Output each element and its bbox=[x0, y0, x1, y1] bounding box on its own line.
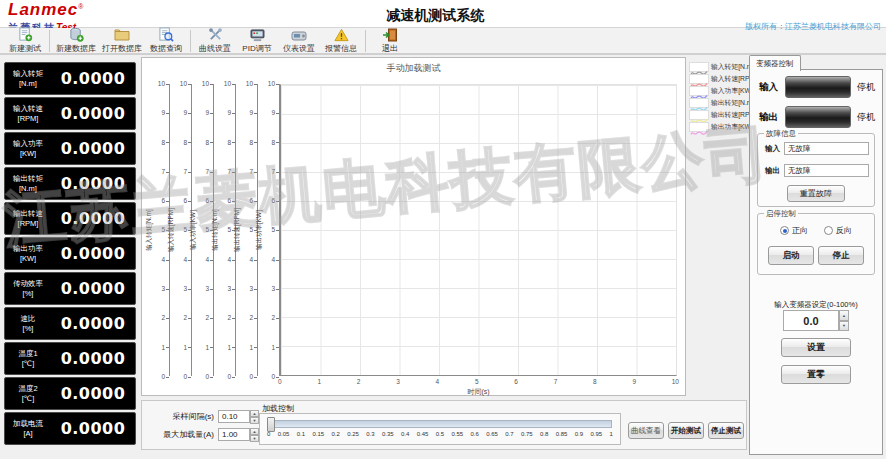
sample-interval-input[interactable]: 0.10 bbox=[218, 410, 250, 423]
toolbar-button-open-database[interactable]: 打开数据库 bbox=[99, 28, 145, 54]
meter-name: 输入功率 bbox=[5, 139, 51, 148]
y-tick-label: 6 bbox=[268, 197, 279, 204]
stop-test-button[interactable]: 停止测试 bbox=[708, 422, 744, 439]
y-tick-label: 2 bbox=[158, 314, 169, 321]
output-fault-field[interactable]: 无故障 bbox=[784, 164, 869, 177]
slider-tick-label: 0.95 bbox=[590, 431, 602, 437]
toolbar-button-alarm-info[interactable]: 报警信息 bbox=[320, 28, 362, 54]
y-axis-label: 输入功率[KW] bbox=[189, 210, 198, 250]
meter-value: 0.0000 bbox=[51, 174, 135, 193]
toolbar-button-meter-settings[interactable]: 仪表设置 bbox=[278, 28, 320, 54]
x-axis-label: 时间(s) bbox=[278, 387, 679, 397]
curve-view-button[interactable]: 曲线查看 bbox=[628, 422, 664, 439]
legend-line-icon bbox=[689, 74, 709, 84]
frequency-spinner[interactable]: 0.0 ▲ ▼ bbox=[783, 310, 849, 331]
meter-output-torque: 输出转矩[N.m]0.0000 bbox=[4, 167, 136, 200]
meter-unit: [%] bbox=[5, 289, 51, 298]
x-axis-ticks: 012345678910 bbox=[278, 378, 679, 385]
reset-fault-button[interactable]: 重置故障 bbox=[787, 185, 845, 202]
y-tick-label: 10 bbox=[268, 80, 279, 87]
zero-button[interactable]: 置零 bbox=[781, 365, 851, 384]
meter-name: 输出功率 bbox=[5, 244, 51, 253]
meter-value: 0.0000 bbox=[51, 314, 135, 333]
spin-down-icon[interactable]: ▼ bbox=[839, 321, 849, 332]
spin-down-icon[interactable]: ▼ bbox=[250, 417, 259, 424]
input-status-lamp bbox=[785, 76, 851, 98]
y-tick-label: 10 bbox=[246, 80, 257, 87]
curve-settings-icon bbox=[208, 28, 223, 42]
legend-label: 输入功率[KW] bbox=[711, 86, 753, 96]
set-button[interactable]: 设置 bbox=[781, 338, 851, 357]
load-slider-track[interactable] bbox=[268, 420, 612, 428]
toolbar-button-exit[interactable]: 退出 bbox=[369, 28, 411, 54]
tab-vfd-control[interactable]: 变频器控制 bbox=[749, 55, 801, 71]
radio-forward[interactable]: 正向 bbox=[780, 225, 808, 236]
radio-reverse-label: 反向 bbox=[836, 225, 852, 236]
slider-tick-label: 0.45 bbox=[417, 431, 429, 437]
spin-up-icon[interactable]: ▲ bbox=[250, 428, 259, 435]
slider-tick-label: 0 bbox=[267, 431, 270, 437]
stop-button[interactable]: 停止 bbox=[818, 246, 864, 265]
y-tick-label: 3 bbox=[202, 285, 213, 292]
y-tick-label: 1 bbox=[158, 344, 169, 351]
y-axis: 输出功率[KW]109876543210 bbox=[258, 84, 280, 376]
legend-item: 输出转速[RPM] bbox=[689, 109, 747, 121]
start-button[interactable]: 启动 bbox=[768, 246, 814, 265]
y-tick-label: 8 bbox=[246, 139, 257, 146]
toolbar-button-curve-settings[interactable]: 曲线设置 bbox=[194, 28, 236, 54]
x-tick-label: 2 bbox=[357, 378, 361, 385]
x-tick-label: 8 bbox=[593, 378, 597, 385]
toolbar-button-label: 新建测试 bbox=[9, 43, 41, 54]
spin-down-icon[interactable]: ▼ bbox=[250, 435, 259, 442]
meter-output-speed: 输出转速[RPM]0.0000 bbox=[4, 202, 136, 235]
meter-input-power: 输入功率[KW]0.0000 bbox=[4, 132, 136, 165]
chart-title: 手动加载测试 bbox=[142, 62, 685, 75]
y-tick-label: 2 bbox=[224, 314, 235, 321]
toolbar-button-pid-tune[interactable]: PID调节 bbox=[236, 28, 278, 54]
registered-mark-icon: ® bbox=[78, 3, 83, 10]
toolbar-button-label: 数据查询 bbox=[150, 43, 182, 54]
meter-value: 0.0000 bbox=[51, 139, 135, 158]
meter-unit: [℃] bbox=[5, 394, 51, 403]
slider-scale: 00.050.10.150.20.250.30.350.40.450.50.55… bbox=[267, 431, 613, 437]
max-load-input[interactable]: 1.00 bbox=[218, 428, 250, 441]
meter-label: 输出转矩[N.m] bbox=[5, 174, 51, 193]
sample-interval-spinner[interactable]: 0.10 ▲▼ bbox=[218, 410, 259, 423]
spin-up-icon[interactable]: ▲ bbox=[250, 410, 259, 417]
input-label: 输入 bbox=[759, 81, 778, 94]
legend-label: 输出转矩[N.m] bbox=[711, 98, 754, 108]
meter-value: 0.0000 bbox=[51, 104, 135, 123]
legend-item: 输入转速[RPM] bbox=[689, 73, 747, 85]
spinner-arrows: ▲▼ bbox=[250, 428, 259, 441]
toolbar-button-data-query[interactable]: 数据查询 bbox=[145, 28, 187, 54]
toolbar-button-new-database[interactable]: 新建数据库 bbox=[53, 28, 99, 54]
y-tick-label: 5 bbox=[268, 226, 279, 233]
meter-label: 温度1[℃] bbox=[5, 349, 51, 368]
meter-load-current: 加载电流[A]0.0000 bbox=[4, 412, 136, 445]
y-tick-label: 8 bbox=[268, 139, 279, 146]
output-status-row: 输出 停机 bbox=[750, 106, 882, 128]
input-fault-field[interactable]: 无故障 bbox=[784, 142, 869, 155]
start-test-button[interactable]: 开始测试 bbox=[668, 422, 704, 439]
slider-tick-label: 1 bbox=[610, 431, 613, 437]
radio-reverse[interactable]: 反向 bbox=[824, 225, 852, 236]
toolbar-button-new-test[interactable]: 新建测试 bbox=[4, 28, 46, 54]
legend-item: 输入转矩[N.m] bbox=[689, 61, 747, 73]
meter-value: 0.0000 bbox=[51, 69, 135, 88]
output-fault-label: 输出 bbox=[765, 166, 780, 176]
max-load-spinner[interactable]: 1.00 ▲▼ bbox=[218, 428, 259, 441]
y-tick-label: 0 bbox=[202, 373, 213, 380]
vfd-control-panel: 变频器控制 输入 停机 输出 停机 故障信息 输入 无故障 输出 无故障 重置故… bbox=[749, 55, 883, 455]
load-slider-handle[interactable] bbox=[267, 417, 275, 432]
frequency-input[interactable]: 0.0 bbox=[783, 310, 839, 331]
y-tick-label: 0 bbox=[158, 373, 169, 380]
legend-item: 输出功率[KW] bbox=[689, 121, 747, 133]
slider-tick-label: 0.65 bbox=[486, 431, 498, 437]
spin-up-icon[interactable]: ▲ bbox=[839, 310, 849, 321]
exit-icon bbox=[382, 28, 398, 42]
y-axis-ticks: 109876543210 bbox=[268, 80, 279, 380]
legend-line-icon bbox=[689, 62, 709, 72]
alarm-info-icon bbox=[334, 28, 349, 42]
meter-unit: [RPM] bbox=[5, 114, 51, 123]
meter-settings-icon bbox=[291, 28, 307, 42]
